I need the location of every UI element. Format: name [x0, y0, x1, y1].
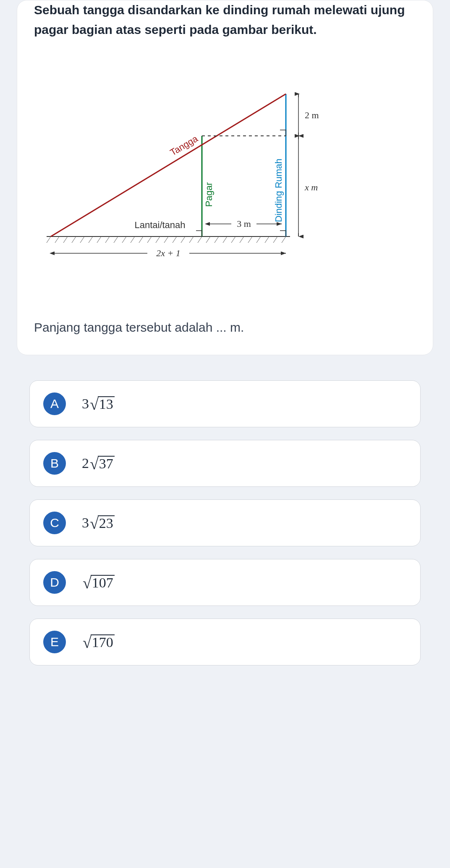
svg-line-22: [223, 236, 227, 243]
svg-line-23: [231, 236, 235, 243]
svg-line-20: [206, 236, 210, 243]
svg-line-4: [72, 236, 76, 243]
label-pagar: Pagar: [204, 182, 214, 207]
options-list: A 3 √13 B 2 √37 C 3 √23 D: [17, 380, 433, 691]
label-dinding: Dinding Rumah: [273, 159, 284, 222]
question-card: Sebuah tangga disandarkan ke dinding rum…: [17, 0, 433, 355]
option-value: 3 √23: [82, 515, 115, 531]
dim-right: x m: [304, 182, 318, 192]
question-prompt: Sebuah tangga disandarkan ke dinding rum…: [34, 0, 416, 39]
option-value: √107: [82, 575, 115, 590]
svg-line-11: [131, 236, 135, 243]
svg-line-2: [55, 236, 59, 243]
sqrt-icon: √107: [83, 575, 115, 590]
option-b[interactable]: B 2 √37: [29, 440, 421, 487]
sqrt-icon: √13: [90, 396, 115, 411]
svg-line-17: [181, 236, 185, 243]
option-c[interactable]: C 3 √23: [29, 499, 421, 546]
dim-gap: 3 m: [237, 218, 251, 229]
svg-line-5: [80, 236, 84, 243]
dim-top: 2 m: [305, 110, 319, 120]
sqrt-icon: √37: [90, 456, 115, 471]
label-tangga: Tangga: [168, 133, 200, 158]
option-a[interactable]: A 3 √13: [29, 380, 421, 427]
sqrt-icon: √170: [83, 634, 115, 650]
svg-line-27: [265, 236, 269, 243]
svg-line-8: [105, 236, 110, 243]
label-lantai: Lantai/tanah: [134, 220, 185, 230]
option-badge: D: [43, 571, 66, 594]
svg-line-19: [198, 236, 202, 243]
svg-line-29: [282, 236, 286, 243]
svg-line-10: [122, 236, 126, 243]
svg-line-28: [273, 236, 277, 243]
svg-line-21: [215, 236, 219, 243]
svg-line-14: [156, 236, 160, 243]
option-badge: B: [43, 452, 66, 475]
option-value: 2 √37: [82, 455, 115, 471]
option-d[interactable]: D √107: [29, 559, 421, 606]
svg-line-24: [240, 236, 244, 243]
option-badge: E: [43, 631, 66, 653]
option-badge: C: [43, 512, 66, 534]
option-badge: A: [43, 392, 66, 415]
question-after: Panjang tangga tersebut adalah ... m.: [34, 320, 416, 335]
ladder-line: [51, 94, 286, 236]
svg-line-26: [256, 236, 261, 243]
svg-line-9: [114, 236, 118, 243]
option-e[interactable]: E √170: [29, 619, 421, 665]
svg-line-25: [248, 236, 252, 243]
svg-line-16: [173, 236, 177, 243]
dim-base: 2x + 1: [156, 248, 181, 258]
svg-line-15: [164, 236, 168, 243]
svg-line-7: [97, 236, 101, 243]
triangle-diagram: Lantai/tanah Tangga Pagar Dinding Rumah …: [34, 69, 336, 287]
svg-line-13: [147, 236, 152, 243]
option-value: 3 √13: [82, 396, 115, 412]
svg-line-18: [189, 236, 194, 243]
svg-line-6: [89, 236, 93, 243]
svg-line-1: [47, 236, 51, 243]
sqrt-icon: √23: [90, 515, 115, 530]
diagram: Lantai/tanah Tangga Pagar Dinding Rumah …: [34, 56, 416, 308]
option-value: √170: [82, 634, 115, 650]
svg-line-12: [139, 236, 143, 243]
svg-line-3: [63, 236, 68, 243]
